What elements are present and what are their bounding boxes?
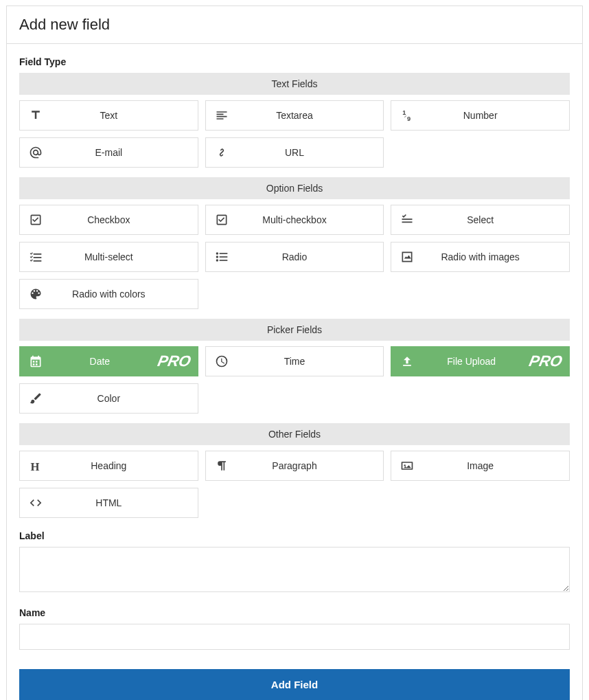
field-option-label: URL <box>238 147 384 158</box>
align-left-icon <box>206 109 238 122</box>
group-header-other: Other Fields <box>19 423 570 445</box>
field-option-checkbox[interactable]: Checkbox <box>19 205 198 235</box>
code-icon <box>20 496 51 510</box>
field-option-multi-select[interactable]: Multi-select <box>19 242 198 272</box>
field-option-heading[interactable]: Heading <box>19 451 198 481</box>
field-option-text[interactable]: Text <box>19 100 198 131</box>
checkbox-icon <box>206 213 238 227</box>
field-type-label: Field Type <box>19 56 570 67</box>
palette-icon <box>20 287 51 301</box>
field-option-file-upload[interactable]: File UploadPRO <box>391 346 570 376</box>
field-option-label: Radio with colors <box>51 289 198 300</box>
image-square-icon <box>391 250 423 264</box>
field-option-label: Textarea <box>238 110 384 121</box>
field-option-label: Multi-checkbox <box>238 214 384 225</box>
field-option-html[interactable]: HTML <box>19 488 198 518</box>
field-option-image[interactable]: Image <box>391 451 570 481</box>
list-check-icon <box>20 250 51 264</box>
calendar-icon <box>20 354 51 368</box>
group-header-text: Text Fields <box>19 73 570 95</box>
field-option-label: E-mail <box>51 147 198 158</box>
clock-icon <box>206 354 238 368</box>
field-option-label: Image <box>423 460 569 471</box>
add-field-button[interactable]: Add Field <box>19 669 570 700</box>
paragraph-icon <box>206 459 238 473</box>
field-option-label: Time <box>238 356 384 367</box>
group-header-picker: Picker Fields <box>19 319 570 341</box>
label-textarea[interactable] <box>19 547 570 592</box>
field-option-e-mail[interactable]: E-mail <box>19 137 198 168</box>
group-grid-other: HeadingParagraphImageHTML <box>19 451 570 518</box>
field-option-label: Paragraph <box>238 460 384 471</box>
field-option-select[interactable]: Select <box>391 205 570 235</box>
field-option-time[interactable]: Time <box>205 346 384 376</box>
group-grid-picker: DatePROTimeFile UploadPROColor <box>19 346 570 414</box>
link-icon <box>206 146 238 159</box>
checkbox-icon <box>20 213 51 227</box>
field-option-date[interactable]: DatePRO <box>19 346 198 376</box>
group-grid-option: CheckboxMulti-checkboxSelectMulti-select… <box>19 205 570 309</box>
font-icon <box>20 109 51 122</box>
field-option-color[interactable]: Color <box>19 383 198 414</box>
field-option-radio-with-images[interactable]: Radio with images <box>391 242 570 272</box>
one-nine-icon <box>391 109 423 122</box>
field-option-label: Heading <box>51 460 198 471</box>
panel-title: Add new field <box>19 16 570 34</box>
field-option-label: Radio <box>238 251 384 262</box>
field-option-textarea[interactable]: Textarea <box>205 100 384 131</box>
add-field-panel: Add new field Field Type Text FieldsText… <box>6 5 583 700</box>
field-option-label: Text <box>51 110 198 121</box>
field-option-url[interactable]: URL <box>205 137 384 168</box>
field-option-label: Color <box>51 393 198 404</box>
at-icon <box>20 146 51 159</box>
pro-badge: PRO <box>156 352 192 370</box>
upload-icon <box>391 354 423 368</box>
heading-icon <box>20 459 51 473</box>
panel-header: Add new field <box>7 6 582 44</box>
field-option-paragraph[interactable]: Paragraph <box>205 451 384 481</box>
group-header-option: Option Fields <box>19 177 570 199</box>
field-option-label: HTML <box>51 497 198 508</box>
field-option-number[interactable]: Number <box>391 100 570 131</box>
field-option-label: Select <box>423 214 569 225</box>
select-list-icon <box>391 213 423 227</box>
group-grid-text: TextTextareaNumberE-mailURL <box>19 100 570 168</box>
list-bullet-icon <box>206 250 238 264</box>
pro-badge: PRO <box>528 352 564 370</box>
field-option-radio[interactable]: Radio <box>205 242 384 272</box>
field-option-label: Radio with images <box>423 251 569 262</box>
brush-icon <box>20 392 51 405</box>
name-field-label: Name <box>19 607 570 618</box>
field-option-label: Checkbox <box>51 214 198 225</box>
label-field-label: Label <box>19 530 570 541</box>
name-input[interactable] <box>19 624 570 650</box>
field-option-radio-with-colors[interactable]: Radio with colors <box>19 279 198 309</box>
field-option-label: Number <box>423 110 569 121</box>
field-option-label: Multi-select <box>51 251 198 262</box>
image-icon <box>391 459 423 473</box>
field-option-multi-checkbox[interactable]: Multi-checkbox <box>205 205 384 235</box>
